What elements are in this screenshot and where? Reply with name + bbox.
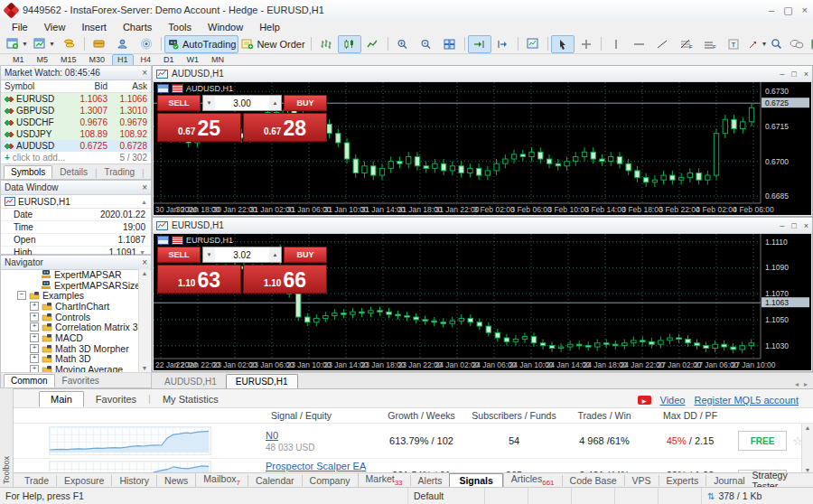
- tab-signals[interactable]: Signals: [449, 473, 502, 488]
- tree-item[interactable]: Math 3D Morpher: [1, 343, 138, 354]
- expand-icon[interactable]: [30, 322, 39, 331]
- menu-insert[interactable]: Insert: [73, 22, 115, 33]
- signal-row[interactable]: N048 033 USD 613.79% / 102 54 4 968 /61%…: [14, 424, 813, 459]
- chart-canvas[interactable]: EURUSD,H1 SELL ▼3.02▲ BUY 1.1063 1.1066 …: [154, 234, 811, 370]
- tab-company[interactable]: Company: [302, 475, 358, 486]
- tree-item[interactable]: ExpertMAPSAR: [1, 269, 138, 280]
- market-row-gbpusd[interactable]: GBPUSD1.30071.3010: [1, 105, 151, 117]
- fibo-button[interactable]: F: [675, 35, 698, 53]
- expand-icon[interactable]: [30, 344, 39, 353]
- autotrading-button[interactable]: AutoTrading: [164, 35, 239, 53]
- buy-price[interactable]: 0.6728: [243, 113, 327, 142]
- tile-windows-button[interactable]: [438, 35, 462, 53]
- tab-journal[interactable]: Journal: [706, 475, 752, 486]
- chart-tab-audusd[interactable]: AUDUSD,H1: [155, 375, 226, 388]
- tab-symbols[interactable]: Symbols: [4, 165, 52, 179]
- candle-chart-button[interactable]: [338, 35, 361, 53]
- menu-window[interactable]: Window: [200, 22, 251, 33]
- sell-button[interactable]: SELL: [157, 247, 201, 263]
- tab-favorites[interactable]: Favorites: [84, 391, 148, 407]
- line-chart-button[interactable]: [361, 35, 385, 53]
- market-row-usdjpy[interactable]: USDJPY108.89108.92: [1, 128, 151, 140]
- vline-button[interactable]: [604, 35, 628, 53]
- market-row-audusd[interactable]: AUDUSD0.67250.6728: [1, 140, 151, 152]
- tree-item[interactable]: Correlation Matrix 3D: [1, 322, 138, 332]
- new-order-button[interactable]: New Order: [238, 35, 307, 53]
- market-row-usdchf[interactable]: USDCHF0.96760.9679: [1, 117, 151, 128]
- sell-button[interactable]: SELL: [157, 95, 201, 111]
- expand-icon[interactable]: [30, 354, 39, 363]
- tf-m15[interactable]: M15: [55, 54, 82, 66]
- navigator-scrollbar[interactable]: ▲▼: [138, 269, 150, 372]
- close-icon[interactable]: ×: [802, 5, 808, 16]
- tree-item[interactable]: Moving Average: [1, 364, 138, 372]
- tab-exposure[interactable]: Exposure: [56, 475, 111, 486]
- maximize-icon[interactable]: ▢: [783, 5, 792, 16]
- tree-item[interactable]: Examples: [1, 290, 138, 301]
- cursor-button[interactable]: [551, 35, 575, 53]
- autoscroll-button[interactable]: [468, 35, 491, 53]
- tab-code-base[interactable]: Code Base: [562, 475, 624, 486]
- tree-item[interactable]: Math 3D: [1, 354, 138, 365]
- buy-button[interactable]: BUY: [284, 95, 327, 111]
- register-mql5-link[interactable]: Register MQL5 account: [694, 395, 799, 406]
- arrows-button[interactable]: ▼: [745, 35, 771, 53]
- close-icon[interactable]: ×: [804, 221, 808, 230]
- zoom-out-button[interactable]: [415, 35, 438, 53]
- tab-mailbox[interactable]: Mailbox7: [195, 473, 248, 487]
- text-button[interactable]: T: [722, 35, 745, 53]
- broadcast-button[interactable]: [135, 35, 158, 53]
- signal-name-link[interactable]: N0: [266, 430, 278, 441]
- close-icon[interactable]: ×: [142, 68, 147, 78]
- maximize-icon[interactable]: □: [791, 221, 796, 230]
- chart-tab-eurusd[interactable]: EURUSD,H1: [226, 374, 298, 388]
- menu-charts[interactable]: Charts: [115, 22, 160, 33]
- tf-mn[interactable]: MN: [206, 54, 229, 66]
- tab-history[interactable]: History: [111, 475, 156, 486]
- volume-stepper[interactable]: ▼3.00▲: [202, 95, 282, 111]
- minimize-icon[interactable]: –: [769, 5, 774, 16]
- tab-my-statistics[interactable]: My Statistics: [151, 391, 230, 407]
- market-row-eurusd[interactable]: EURUSD1.10631.1066: [1, 93, 151, 105]
- tab-market[interactable]: Market33: [358, 473, 410, 487]
- community-button[interactable]: [111, 35, 135, 53]
- profiles-button[interactable]: ▼: [31, 35, 58, 53]
- expand-icon[interactable]: [30, 313, 39, 322]
- youtube-icon[interactable]: ▶: [638, 396, 651, 405]
- chat-icon[interactable]: [790, 39, 804, 50]
- tf-m5[interactable]: M5: [32, 54, 54, 66]
- tree-item[interactable]: ChartInChart: [1, 301, 138, 312]
- tf-h4[interactable]: H4: [136, 54, 157, 66]
- video-link[interactable]: Video: [660, 395, 686, 406]
- channel-button[interactable]: F: [698, 35, 722, 53]
- collapse-icon[interactable]: [17, 291, 26, 300]
- tf-d1[interactable]: D1: [158, 54, 180, 66]
- toolbox-side-tab[interactable]: Toolbox: [0, 388, 14, 488]
- menu-file[interactable]: File: [4, 22, 36, 33]
- buy-price[interactable]: 1.1066: [243, 265, 327, 294]
- expand-icon[interactable]: [30, 333, 39, 342]
- tree-item[interactable]: MACD: [1, 332, 138, 343]
- tab-articles[interactable]: Articles661: [503, 473, 562, 487]
- tab-common[interactable]: Common: [4, 374, 55, 387]
- tab-trade[interactable]: Trade: [17, 475, 56, 486]
- new-chart-button[interactable]: ▼: [4, 35, 31, 53]
- maximize-icon[interactable]: □: [791, 70, 796, 79]
- zoom-in-button[interactable]: [391, 35, 415, 53]
- objects-window-button[interactable]: [521, 35, 545, 53]
- chart-shift-button[interactable]: [491, 35, 515, 53]
- menu-help[interactable]: Help: [251, 22, 288, 33]
- tf-h1[interactable]: H1: [112, 54, 134, 66]
- expand-icon[interactable]: [30, 302, 39, 311]
- tree-item[interactable]: ExpertMAPSARSizeOptim: [1, 280, 138, 291]
- trendline-button[interactable]: [651, 35, 675, 53]
- tab-news[interactable]: News: [156, 475, 195, 486]
- signal-name-link[interactable]: Prospector Scalper EA: [266, 461, 366, 471]
- minimize-icon[interactable]: –: [780, 221, 784, 230]
- free-button[interactable]: FREE: [738, 431, 787, 451]
- tab-calendar[interactable]: Calendar: [248, 475, 302, 486]
- tab-vps[interactable]: VPS: [624, 475, 659, 486]
- close-icon[interactable]: ×: [142, 257, 147, 267]
- tf-w1[interactable]: W1: [182, 54, 205, 66]
- status-profile[interactable]: Default: [408, 488, 485, 504]
